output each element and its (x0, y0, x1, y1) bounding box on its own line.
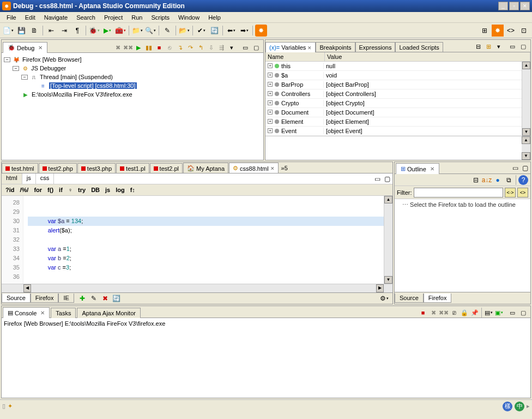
tree-thread[interactable]: Thread [main] (Suspended) (40, 74, 113, 80)
variable-row[interactable]: +Element[object Element] (265, 117, 530, 127)
editor-max-button[interactable]: ▢ (383, 175, 391, 183)
new-button[interactable]: 📄 (2, 25, 14, 37)
menu-scripts[interactable]: Scripts (147, 13, 174, 22)
outline-tab-firefox[interactable]: Firefox (424, 294, 452, 303)
close-icon[interactable]: ✕ (38, 45, 43, 51)
code-area[interactable]: var $a = 134; alert($a); var a =1; var b… (23, 196, 384, 284)
terminate-button[interactable]: ■ (154, 43, 164, 52)
editor-tab[interactable]: 🏠My Aptana (183, 163, 228, 173)
code-scrollbar-h[interactable]: ◀ ▶ (2, 284, 392, 292)
header-name[interactable]: Name (265, 52, 325, 61)
tabs-overflow-button[interactable]: »5 (279, 163, 290, 173)
remove-all-button[interactable]: ✖✖ (123, 43, 133, 52)
back-button[interactable]: ⬅ (225, 25, 237, 37)
menu-edit[interactable]: Edit (21, 13, 40, 22)
expand-icon[interactable]: + (268, 91, 273, 96)
console-min-button[interactable]: ▭ (507, 308, 517, 318)
snippet-button[interactable]: f↕ (129, 187, 137, 193)
indent-right-button[interactable]: ⇥ (58, 25, 70, 37)
variable-row[interactable]: +Event[object Event] (265, 127, 530, 136)
variables-tab[interactable]: (x)= Variables ✕ (265, 42, 316, 52)
pilcrow-button[interactable]: ¶ (71, 25, 83, 37)
outline-max-button[interactable]: ▢ (521, 164, 529, 172)
expand-icon[interactable]: + (268, 63, 273, 68)
status-icon-2[interactable]: 中 (515, 402, 524, 411)
snippet-button[interactable]: /%/ (19, 187, 31, 193)
perspective-open-button[interactable]: ⊞ (479, 25, 491, 37)
tasks-tab[interactable]: Tasks (51, 308, 76, 318)
editor-tab[interactable]: test2.pl (150, 163, 183, 173)
status-icon-3[interactable]: ▸ (527, 403, 530, 410)
console-max-button[interactable]: ▢ (518, 308, 528, 318)
debug-tree[interactable]: −🦊Firefox [Web Browser] −⚙JS Debugger −⎍… (2, 53, 263, 160)
expressions-tab[interactable]: Expressions (355, 42, 396, 52)
console-body[interactable]: Firefox [Web Browser] E:\tools\Mozilla F… (2, 318, 530, 398)
outline-tab[interactable]: ⊞ Outline ✕ (396, 163, 439, 174)
console-clear-button[interactable]: ⎚ (449, 308, 459, 318)
console-display-button[interactable]: ▤ (483, 308, 493, 318)
bottom-tab-source[interactable]: Source (2, 294, 31, 303)
console-open-button[interactable]: ▣ (494, 308, 504, 318)
tree-debugger[interactable]: JS Debugger (31, 65, 66, 71)
minimize-panel-button[interactable]: ▭ (240, 43, 250, 52)
close-icon[interactable]: ✕ (270, 166, 275, 171)
editor-settings-button[interactable]: ⚙ (378, 294, 390, 303)
disconnect-button[interactable]: ⎋ (165, 43, 174, 52)
menu-help[interactable]: Help (204, 13, 225, 22)
edit-browser-button[interactable]: ✎ (89, 294, 99, 303)
restore-button[interactable]: ▫ (509, 2, 519, 10)
header-value[interactable]: Value (325, 52, 530, 61)
variable-row[interactable]: +Document[object Document] (265, 108, 530, 117)
tree-exe[interactable]: E:\tools\Mozilla FireFox V3\firefox.exe (32, 91, 132, 98)
editor-tab[interactable]: test3.php (77, 163, 116, 173)
sub-tab-js[interactable]: js (22, 173, 36, 184)
wand-button[interactable]: ✎ (161, 25, 173, 37)
snippet-button[interactable]: ?id (4, 187, 16, 193)
expand-icon[interactable]: + (268, 82, 273, 87)
snippet-button[interactable]: if (57, 187, 64, 193)
code-scrollbar-v[interactable]: ▲▼ (384, 196, 392, 284)
snippet-button[interactable]: DB (89, 187, 101, 193)
expand-icon[interactable]: + (268, 73, 273, 77)
status-icon-1[interactable]: 樣 (503, 402, 512, 411)
vars-collapse-button[interactable]: ⊟ (473, 42, 483, 52)
loaded-scripts-tab[interactable]: Loaded Scripts (395, 42, 443, 52)
menu-navigate[interactable]: Navigate (40, 13, 72, 22)
vars-tree-button[interactable]: ⊞ (483, 42, 493, 52)
console-removeall-button[interactable]: ✖✖ (439, 308, 449, 318)
validate-button[interactable]: ✔ (195, 25, 207, 37)
run-button[interactable]: ▶ (101, 25, 113, 37)
tree-root[interactable]: Firefox [Web Browser] (22, 56, 82, 63)
editor-tab[interactable]: ⚙css88.html✕ (229, 163, 279, 173)
variable-row[interactable]: +$avoid (265, 71, 530, 80)
outline-help-button[interactable]: ? (518, 175, 528, 185)
outline-min-button[interactable]: ▭ (511, 164, 519, 172)
console-terminate-button[interactable]: ■ (418, 308, 428, 318)
remove-button[interactable]: ✖ (113, 43, 123, 52)
search-button[interactable]: 🔍 (144, 25, 156, 37)
editor-tab[interactable]: test2.php (39, 163, 77, 173)
aptana-icon[interactable]: ✸ (255, 25, 267, 37)
console-pin-button[interactable]: 📌 (470, 308, 480, 318)
step-return-button[interactable]: ↰ (196, 43, 205, 52)
variable-row[interactable]: +Crypto[object Crypto] (265, 99, 530, 108)
snippet-button[interactable]: ♀ (66, 187, 74, 193)
perspective-debug-button[interactable]: ✸ (492, 25, 504, 37)
close-button[interactable]: ✕ (520, 2, 530, 10)
debug-button[interactable]: 🐞 (88, 25, 100, 37)
console-tab[interactable]: ▤ Console ✕ (3, 307, 50, 318)
remove-browser-button[interactable]: ✖ (100, 294, 110, 303)
detail-scrollbar[interactable]: ▲▼ (522, 136, 530, 160)
maximize-panel-button[interactable]: ▢ (251, 43, 261, 52)
add-browser-button[interactable]: ✚ (77, 294, 87, 303)
indent-left-button[interactable]: ⇤ (45, 25, 57, 37)
expand-icon[interactable]: + (268, 100, 273, 105)
filter-apply-button[interactable]: <> (517, 188, 528, 197)
refresh-button[interactable]: 🔄 (208, 25, 220, 37)
sub-tab-html[interactable]: html (2, 173, 22, 184)
menu-project[interactable]: Project (100, 13, 127, 22)
bottom-tab-firefox[interactable]: Firefox (31, 294, 59, 303)
snippet-button[interactable]: f() (46, 187, 55, 193)
outline-collapse-button[interactable]: ⊟ (471, 175, 481, 185)
expand-icon[interactable]: + (268, 119, 273, 124)
